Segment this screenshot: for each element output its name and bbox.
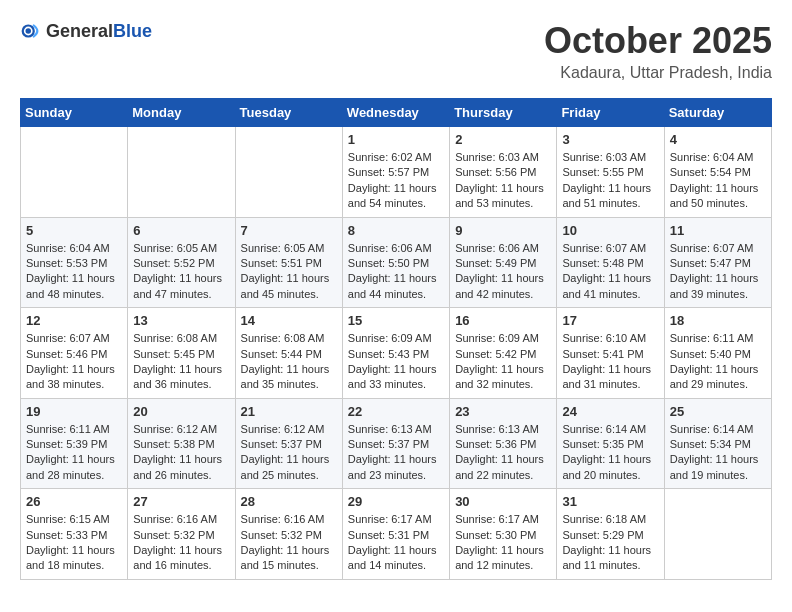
day-number: 1 [348, 132, 444, 147]
weekday-header-sunday: Sunday [21, 99, 128, 127]
day-number: 24 [562, 404, 658, 419]
day-info: Sunrise: 6:08 AM Sunset: 5:45 PM Dayligh… [133, 331, 229, 393]
weekday-header-tuesday: Tuesday [235, 99, 342, 127]
day-number: 23 [455, 404, 551, 419]
month-title: October 2025 [544, 20, 772, 62]
logo-text: GeneralBlue [46, 21, 152, 42]
calendar-cell: 2Sunrise: 6:03 AM Sunset: 5:56 PM Daylig… [450, 127, 557, 218]
calendar-cell: 26Sunrise: 6:15 AM Sunset: 5:33 PM Dayli… [21, 489, 128, 580]
day-number: 10 [562, 223, 658, 238]
day-info: Sunrise: 6:12 AM Sunset: 5:37 PM Dayligh… [241, 422, 337, 484]
calendar-cell: 23Sunrise: 6:13 AM Sunset: 5:36 PM Dayli… [450, 398, 557, 489]
calendar-cell: 27Sunrise: 6:16 AM Sunset: 5:32 PM Dayli… [128, 489, 235, 580]
day-info: Sunrise: 6:10 AM Sunset: 5:41 PM Dayligh… [562, 331, 658, 393]
day-number: 20 [133, 404, 229, 419]
calendar-cell: 30Sunrise: 6:17 AM Sunset: 5:30 PM Dayli… [450, 489, 557, 580]
day-info: Sunrise: 6:16 AM Sunset: 5:32 PM Dayligh… [241, 512, 337, 574]
calendar-cell: 21Sunrise: 6:12 AM Sunset: 5:37 PM Dayli… [235, 398, 342, 489]
day-number: 5 [26, 223, 122, 238]
calendar-cell: 31Sunrise: 6:18 AM Sunset: 5:29 PM Dayli… [557, 489, 664, 580]
day-info: Sunrise: 6:17 AM Sunset: 5:31 PM Dayligh… [348, 512, 444, 574]
day-number: 28 [241, 494, 337, 509]
day-number: 15 [348, 313, 444, 328]
calendar-cell: 18Sunrise: 6:11 AM Sunset: 5:40 PM Dayli… [664, 308, 771, 399]
calendar-cell [128, 127, 235, 218]
weekday-header-row: SundayMondayTuesdayWednesdayThursdayFrid… [21, 99, 772, 127]
day-number: 9 [455, 223, 551, 238]
day-number: 18 [670, 313, 766, 328]
calendar-cell: 19Sunrise: 6:11 AM Sunset: 5:39 PM Dayli… [21, 398, 128, 489]
day-info: Sunrise: 6:05 AM Sunset: 5:52 PM Dayligh… [133, 241, 229, 303]
day-number: 19 [26, 404, 122, 419]
calendar-cell: 17Sunrise: 6:10 AM Sunset: 5:41 PM Dayli… [557, 308, 664, 399]
location-title: Kadaura, Uttar Pradesh, India [544, 64, 772, 82]
day-info: Sunrise: 6:03 AM Sunset: 5:55 PM Dayligh… [562, 150, 658, 212]
day-number: 6 [133, 223, 229, 238]
calendar-cell: 29Sunrise: 6:17 AM Sunset: 5:31 PM Dayli… [342, 489, 449, 580]
calendar-cell: 20Sunrise: 6:12 AM Sunset: 5:38 PM Dayli… [128, 398, 235, 489]
day-info: Sunrise: 6:06 AM Sunset: 5:50 PM Dayligh… [348, 241, 444, 303]
day-info: Sunrise: 6:12 AM Sunset: 5:38 PM Dayligh… [133, 422, 229, 484]
calendar-cell [664, 489, 771, 580]
day-number: 16 [455, 313, 551, 328]
calendar-cell: 11Sunrise: 6:07 AM Sunset: 5:47 PM Dayli… [664, 217, 771, 308]
day-info: Sunrise: 6:07 AM Sunset: 5:48 PM Dayligh… [562, 241, 658, 303]
calendar-week-row: 12Sunrise: 6:07 AM Sunset: 5:46 PM Dayli… [21, 308, 772, 399]
day-number: 30 [455, 494, 551, 509]
day-info: Sunrise: 6:14 AM Sunset: 5:34 PM Dayligh… [670, 422, 766, 484]
logo: GeneralBlue [20, 20, 152, 42]
day-info: Sunrise: 6:11 AM Sunset: 5:40 PM Dayligh… [670, 331, 766, 393]
calendar-cell [235, 127, 342, 218]
svg-point-2 [26, 28, 32, 34]
calendar-cell: 5Sunrise: 6:04 AM Sunset: 5:53 PM Daylig… [21, 217, 128, 308]
day-number: 12 [26, 313, 122, 328]
weekday-header-wednesday: Wednesday [342, 99, 449, 127]
day-info: Sunrise: 6:03 AM Sunset: 5:56 PM Dayligh… [455, 150, 551, 212]
day-number: 4 [670, 132, 766, 147]
day-info: Sunrise: 6:16 AM Sunset: 5:32 PM Dayligh… [133, 512, 229, 574]
day-info: Sunrise: 6:06 AM Sunset: 5:49 PM Dayligh… [455, 241, 551, 303]
day-info: Sunrise: 6:08 AM Sunset: 5:44 PM Dayligh… [241, 331, 337, 393]
day-info: Sunrise: 6:13 AM Sunset: 5:37 PM Dayligh… [348, 422, 444, 484]
day-number: 29 [348, 494, 444, 509]
day-info: Sunrise: 6:14 AM Sunset: 5:35 PM Dayligh… [562, 422, 658, 484]
calendar-cell: 8Sunrise: 6:06 AM Sunset: 5:50 PM Daylig… [342, 217, 449, 308]
weekday-header-friday: Friday [557, 99, 664, 127]
calendar-week-row: 26Sunrise: 6:15 AM Sunset: 5:33 PM Dayli… [21, 489, 772, 580]
day-info: Sunrise: 6:02 AM Sunset: 5:57 PM Dayligh… [348, 150, 444, 212]
calendar-week-row: 1Sunrise: 6:02 AM Sunset: 5:57 PM Daylig… [21, 127, 772, 218]
calendar-week-row: 19Sunrise: 6:11 AM Sunset: 5:39 PM Dayli… [21, 398, 772, 489]
calendar-cell: 28Sunrise: 6:16 AM Sunset: 5:32 PM Dayli… [235, 489, 342, 580]
day-info: Sunrise: 6:04 AM Sunset: 5:53 PM Dayligh… [26, 241, 122, 303]
day-number: 13 [133, 313, 229, 328]
calendar-table: SundayMondayTuesdayWednesdayThursdayFrid… [20, 98, 772, 580]
calendar-cell: 1Sunrise: 6:02 AM Sunset: 5:57 PM Daylig… [342, 127, 449, 218]
calendar-cell: 6Sunrise: 6:05 AM Sunset: 5:52 PM Daylig… [128, 217, 235, 308]
day-number: 11 [670, 223, 766, 238]
day-number: 26 [26, 494, 122, 509]
day-number: 25 [670, 404, 766, 419]
calendar-cell: 24Sunrise: 6:14 AM Sunset: 5:35 PM Dayli… [557, 398, 664, 489]
day-number: 7 [241, 223, 337, 238]
calendar-cell [21, 127, 128, 218]
calendar-cell: 25Sunrise: 6:14 AM Sunset: 5:34 PM Dayli… [664, 398, 771, 489]
day-number: 27 [133, 494, 229, 509]
title-area: October 2025 Kadaura, Uttar Pradesh, Ind… [544, 20, 772, 82]
calendar-cell: 22Sunrise: 6:13 AM Sunset: 5:37 PM Dayli… [342, 398, 449, 489]
day-number: 8 [348, 223, 444, 238]
calendar-cell: 4Sunrise: 6:04 AM Sunset: 5:54 PM Daylig… [664, 127, 771, 218]
day-info: Sunrise: 6:15 AM Sunset: 5:33 PM Dayligh… [26, 512, 122, 574]
day-info: Sunrise: 6:07 AM Sunset: 5:47 PM Dayligh… [670, 241, 766, 303]
calendar-cell: 9Sunrise: 6:06 AM Sunset: 5:49 PM Daylig… [450, 217, 557, 308]
day-info: Sunrise: 6:05 AM Sunset: 5:51 PM Dayligh… [241, 241, 337, 303]
weekday-header-thursday: Thursday [450, 99, 557, 127]
day-number: 14 [241, 313, 337, 328]
calendar-cell: 7Sunrise: 6:05 AM Sunset: 5:51 PM Daylig… [235, 217, 342, 308]
day-info: Sunrise: 6:18 AM Sunset: 5:29 PM Dayligh… [562, 512, 658, 574]
calendar-cell: 10Sunrise: 6:07 AM Sunset: 5:48 PM Dayli… [557, 217, 664, 308]
weekday-header-saturday: Saturday [664, 99, 771, 127]
day-info: Sunrise: 6:07 AM Sunset: 5:46 PM Dayligh… [26, 331, 122, 393]
day-info: Sunrise: 6:09 AM Sunset: 5:42 PM Dayligh… [455, 331, 551, 393]
calendar-cell: 14Sunrise: 6:08 AM Sunset: 5:44 PM Dayli… [235, 308, 342, 399]
day-number: 21 [241, 404, 337, 419]
